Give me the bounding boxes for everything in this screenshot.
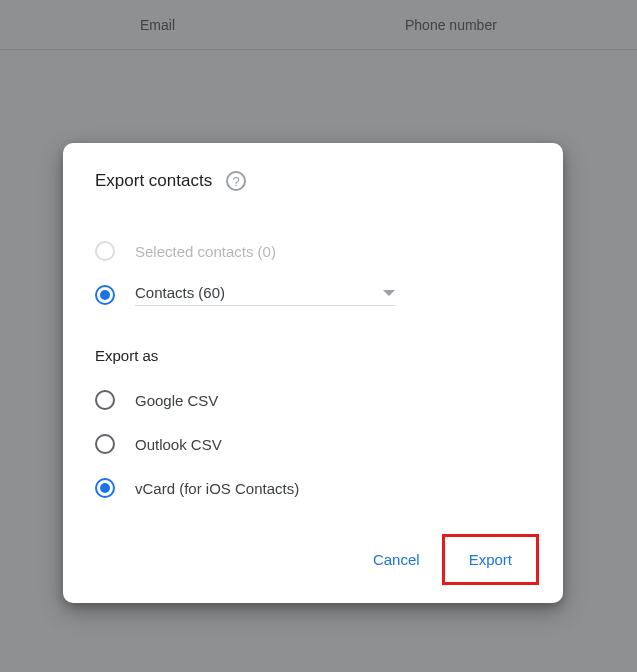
radio-selected-contacts: Selected contacts (0) bbox=[95, 229, 531, 273]
chevron-down-icon bbox=[383, 290, 395, 296]
dialog-header: Export contacts ? bbox=[63, 171, 563, 191]
radio-vcard[interactable]: vCard (for iOS Contacts) bbox=[95, 466, 531, 510]
radio-label: Selected contacts (0) bbox=[135, 243, 276, 260]
radio-google-csv[interactable]: Google CSV bbox=[95, 378, 531, 422]
radio-outlook-csv[interactable]: Outlook CSV bbox=[95, 422, 531, 466]
export-as-label: Export as bbox=[63, 347, 563, 364]
contacts-select[interactable]: Contacts (60) bbox=[135, 284, 395, 306]
radio-icon bbox=[95, 285, 115, 305]
export-scope-group: Selected contacts (0) Contacts (60) bbox=[63, 229, 563, 317]
radio-label: Outlook CSV bbox=[135, 436, 222, 453]
export-button[interactable]: Export bbox=[455, 541, 526, 578]
dialog-title: Export contacts bbox=[95, 171, 212, 191]
radio-icon bbox=[95, 390, 115, 410]
radio-icon bbox=[95, 434, 115, 454]
radio-icon bbox=[95, 478, 115, 498]
radio-label: vCard (for iOS Contacts) bbox=[135, 480, 299, 497]
dialog-actions: Cancel Export bbox=[63, 534, 563, 585]
help-icon[interactable]: ? bbox=[226, 171, 246, 191]
radio-contacts[interactable]: Contacts (60) bbox=[95, 273, 531, 317]
export-format-group: Google CSV Outlook CSV vCard (for iOS Co… bbox=[63, 378, 563, 510]
radio-icon bbox=[95, 241, 115, 261]
select-value: Contacts (60) bbox=[135, 284, 225, 301]
cancel-button[interactable]: Cancel bbox=[359, 534, 434, 585]
export-contacts-dialog: Export contacts ? Selected contacts (0) … bbox=[63, 143, 563, 603]
export-button-highlight: Export bbox=[442, 534, 539, 585]
radio-label: Google CSV bbox=[135, 392, 218, 409]
